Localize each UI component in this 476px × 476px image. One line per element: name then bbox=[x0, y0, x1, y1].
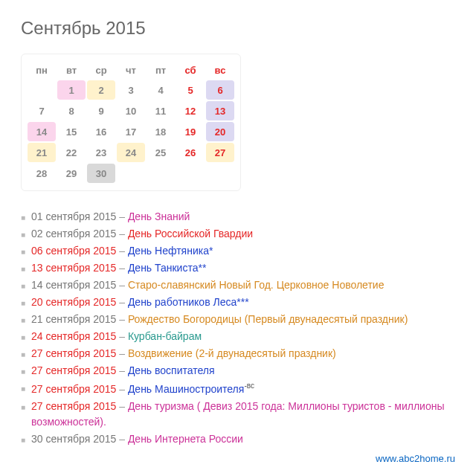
event-date: 24 сентября 2015 bbox=[31, 330, 116, 342]
dash: – bbox=[116, 245, 128, 257]
dash: – bbox=[116, 228, 128, 239]
event-title[interactable]: День Машиностроителя bbox=[128, 383, 245, 395]
event-content: 27 сентября 2015 – Воздвижение (2-й двун… bbox=[31, 346, 455, 361]
calendar-cell[interactable]: 25 bbox=[147, 143, 175, 162]
event-content: 30 сентября 2015 – День Интернета России bbox=[31, 431, 455, 447]
bullet-icon: ■ bbox=[21, 263, 25, 274]
bullet-icon: ■ bbox=[21, 349, 25, 360]
calendar-row: 21222324252627 bbox=[28, 143, 234, 162]
list-item: ■24 сентября 2015 – Курбан-байрам bbox=[21, 329, 455, 344]
bullet-icon: ■ bbox=[21, 229, 25, 240]
event-title[interactable]: День Российской Гвардии bbox=[128, 228, 253, 239]
bullet-icon: ■ bbox=[21, 383, 25, 394]
weekday-header: ср bbox=[87, 62, 115, 79]
page-title: Сентябрь 2015 bbox=[21, 18, 455, 39]
calendar-cell[interactable]: 22 bbox=[57, 143, 86, 162]
bullet-icon: ■ bbox=[21, 246, 25, 257]
bullet-icon: ■ bbox=[21, 315, 25, 326]
event-title[interactable]: День работников Леса*** bbox=[128, 296, 249, 308]
dash: – bbox=[116, 262, 128, 274]
event-title[interactable]: День Нефтяника* bbox=[128, 245, 213, 257]
dash: – bbox=[116, 330, 128, 342]
calendar-cell[interactable]: 27 bbox=[206, 143, 234, 162]
event-title[interactable]: Старо-славянский Новый Год. Церковное Но… bbox=[128, 279, 385, 291]
footer-link[interactable]: www.abc2home.ru bbox=[376, 453, 455, 464]
event-date: 27 сентября 2015 bbox=[31, 364, 116, 376]
event-title[interactable]: День воспитателя bbox=[128, 364, 215, 376]
bullet-icon: ■ bbox=[21, 332, 25, 343]
calendar-cell[interactable]: 13 bbox=[206, 101, 234, 120]
bullet-icon: ■ bbox=[21, 280, 25, 292]
weekday-header: вс bbox=[206, 62, 234, 79]
weekday-header: пт bbox=[147, 62, 175, 79]
event-date: 14 сентября 2015 bbox=[31, 279, 116, 291]
calendar-cell[interactable]: 23 bbox=[87, 143, 115, 162]
event-title[interactable]: Курбан-байрам bbox=[128, 330, 202, 342]
calendar-cell[interactable]: 3 bbox=[117, 80, 145, 100]
event-date: 27 сентября 2015 bbox=[31, 383, 116, 395]
calendar-cell[interactable]: 26 bbox=[176, 143, 205, 162]
list-item: ■21 сентября 2015 – Рождество Богородицы… bbox=[21, 312, 455, 327]
event-date: 02 сентября 2015 bbox=[31, 228, 116, 239]
list-item: ■13 сентября 2015 – День Танкиста** bbox=[21, 260, 455, 276]
list-item: ■27 сентября 2015 – Воздвижение (2-й дву… bbox=[21, 346, 455, 361]
calendar-cell[interactable]: 1 bbox=[57, 80, 86, 100]
event-date: 27 сентября 2015 bbox=[31, 347, 116, 359]
event-content: 27 сентября 2015 – День Машиностроителя-… bbox=[31, 380, 455, 397]
calendar-cell[interactable]: 6 bbox=[206, 80, 234, 100]
event-date: 27 сентября 2015 bbox=[31, 400, 116, 412]
event-content: 24 сентября 2015 – Курбан-байрам bbox=[31, 329, 455, 344]
calendar-cell[interactable]: 7 bbox=[28, 101, 56, 120]
calendar-cell[interactable]: 2 bbox=[87, 80, 115, 100]
calendar-head-row: пнвтсрчтптсбвс bbox=[28, 62, 234, 79]
calendar-cell bbox=[147, 164, 175, 183]
event-content: 20 сентября 2015 – День работников Леса*… bbox=[31, 295, 455, 310]
bullet-icon: ■ bbox=[21, 402, 25, 413]
calendar-cell[interactable]: 12 bbox=[176, 101, 205, 120]
dash: – bbox=[116, 313, 128, 325]
event-content: 21 сентября 2015 – Рождество Богородицы … bbox=[31, 312, 455, 327]
calendar: пнвтсрчтптсбвс 1234567891011121314151617… bbox=[21, 54, 241, 191]
dash: – bbox=[116, 364, 128, 376]
dash: – bbox=[116, 433, 128, 445]
event-title[interactable]: День Знаний bbox=[128, 210, 190, 222]
calendar-cell[interactable]: 14 bbox=[28, 122, 56, 141]
calendar-cell[interactable]: 18 bbox=[147, 122, 175, 141]
calendar-cell[interactable]: 20 bbox=[206, 122, 234, 141]
weekday-header: сб bbox=[176, 62, 205, 79]
bullet-icon: ■ bbox=[21, 212, 25, 223]
calendar-cell[interactable]: 21 bbox=[28, 143, 56, 162]
calendar-cell[interactable]: 15 bbox=[57, 122, 86, 141]
calendar-cell[interactable]: 16 bbox=[87, 122, 115, 141]
calendar-cell[interactable]: 28 bbox=[28, 164, 56, 183]
event-title[interactable]: Рождество Богородицы (Первый двунадесяты… bbox=[128, 313, 408, 325]
dash: – bbox=[116, 296, 128, 308]
calendar-body: 1234567891011121314151617181920212223242… bbox=[28, 80, 234, 183]
list-item: ■02 сентября 2015 – День Российской Гвар… bbox=[21, 226, 455, 242]
event-title[interactable]: День Танкиста** bbox=[128, 262, 207, 274]
bullet-icon: ■ bbox=[21, 366, 25, 377]
calendar-cell[interactable]: 30 bbox=[87, 164, 115, 183]
calendar-cell[interactable]: 4 bbox=[147, 80, 175, 100]
event-date: 13 сентября 2015 bbox=[31, 262, 116, 274]
calendar-cell[interactable]: 8 bbox=[57, 101, 86, 120]
event-content: 06 сентября 2015 – День Нефтяника* bbox=[31, 243, 455, 259]
calendar-cell[interactable]: 10 bbox=[117, 101, 145, 120]
list-item: ■27 сентября 2015 – День воспитателя bbox=[21, 363, 455, 379]
event-title[interactable]: Воздвижение (2-й двунадесятый праздник) bbox=[128, 347, 336, 359]
event-content: 27 сентября 2015 – День воспитателя bbox=[31, 363, 455, 379]
event-date: 01 сентября 2015 bbox=[31, 210, 116, 222]
calendar-cell[interactable]: 9 bbox=[87, 101, 115, 120]
calendar-cell[interactable]: 19 bbox=[176, 122, 205, 141]
bullet-icon: ■ bbox=[21, 298, 25, 309]
calendar-cell[interactable]: 24 bbox=[117, 143, 145, 162]
bullet-icon: ■ bbox=[21, 434, 25, 446]
calendar-cell[interactable]: 17 bbox=[117, 122, 145, 141]
weekday-header: чт bbox=[117, 62, 145, 79]
list-item: ■14 сентября 2015 – Старо-славянский Нов… bbox=[21, 277, 455, 293]
calendar-cell[interactable]: 29 bbox=[57, 164, 86, 183]
calendar-cell[interactable]: 5 bbox=[176, 80, 205, 100]
calendar-cell[interactable]: 11 bbox=[147, 101, 175, 120]
event-title[interactable]: День Интернета России bbox=[128, 433, 243, 445]
calendar-row: 123456 bbox=[28, 80, 234, 100]
